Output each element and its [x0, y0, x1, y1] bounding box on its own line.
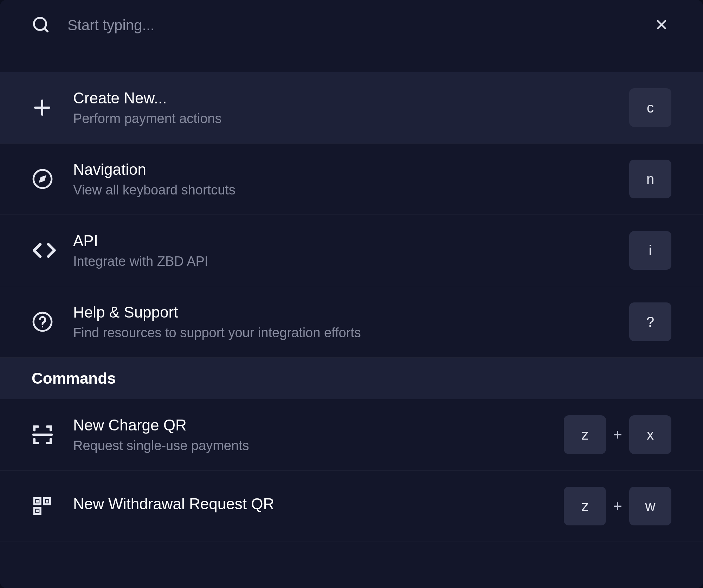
- plus-icon: [32, 97, 57, 118]
- shortcut-plus: +: [613, 426, 622, 443]
- svg-rect-14: [36, 500, 39, 503]
- qr-icon: [32, 496, 57, 517]
- command-palette: Create New... Perform payment actions c …: [0, 0, 703, 588]
- shortcut-key: z: [564, 415, 606, 454]
- shortcut-keys: z + x: [564, 415, 671, 454]
- item-desc: View all keyboard shortcuts: [73, 183, 613, 198]
- search-row: [0, 0, 703, 50]
- item-title: New Charge QR: [73, 416, 548, 434]
- search-icon: [32, 15, 50, 35]
- shortcut-key: ?: [629, 302, 671, 341]
- svg-line-1: [44, 28, 47, 31]
- close-button[interactable]: [652, 15, 671, 36]
- shortcut-key: c: [629, 88, 671, 127]
- shortcut-key: x: [629, 415, 671, 454]
- help-icon: [32, 311, 57, 333]
- item-desc: Perform payment actions: [73, 111, 613, 126]
- results-list[interactable]: Create New... Perform payment actions c …: [0, 72, 703, 588]
- shortcut-plus: +: [613, 497, 622, 515]
- item-desc: Find resources to support your integrati…: [73, 325, 613, 340]
- item-text: New Charge QR Request single-use payment…: [73, 416, 548, 453]
- item-create-new[interactable]: Create New... Perform payment actions c: [0, 72, 703, 143]
- item-title: API: [73, 232, 613, 250]
- svg-point-8: [33, 313, 52, 331]
- item-text: Help & Support Find resources to support…: [73, 303, 613, 340]
- shortcut-key: z: [564, 487, 606, 525]
- item-desc: Request single-use payments: [73, 438, 548, 453]
- scan-icon: [32, 424, 57, 446]
- svg-marker-7: [39, 175, 46, 183]
- item-api[interactable]: API Integrate with ZBD API i: [0, 215, 703, 286]
- shortcut-key: w: [629, 487, 671, 525]
- item-text: New Withdrawal Request QR: [73, 495, 548, 517]
- shortcut-keys: c: [629, 88, 671, 127]
- svg-point-9: [42, 326, 43, 327]
- item-title: Help & Support: [73, 303, 613, 321]
- item-navigation[interactable]: Navigation View all keyboard shortcuts n: [0, 143, 703, 215]
- item-title: New Withdrawal Request QR: [73, 495, 548, 513]
- search-input[interactable]: [67, 17, 634, 34]
- svg-rect-16: [36, 510, 39, 512]
- item-text: Create New... Perform payment actions: [73, 89, 613, 126]
- shortcut-key: i: [629, 231, 671, 270]
- shortcut-keys: z + w: [564, 487, 671, 525]
- code-icon: [32, 241, 57, 260]
- item-desc: Integrate with ZBD API: [73, 254, 613, 269]
- item-text: Navigation View all keyboard shortcuts: [73, 161, 613, 198]
- command-new-withdrawal-request-qr[interactable]: New Withdrawal Request QR z + w: [0, 471, 703, 542]
- section-header-commands: Commands: [0, 358, 703, 399]
- compass-icon: [32, 168, 57, 190]
- item-help-support[interactable]: Help & Support Find resources to support…: [0, 286, 703, 358]
- item-title: Create New...: [73, 89, 613, 107]
- item-text: API Integrate with ZBD API: [73, 232, 613, 269]
- shortcut-keys: n: [629, 160, 671, 198]
- command-new-charge-qr[interactable]: New Charge QR Request single-use payment…: [0, 399, 703, 471]
- close-icon: [654, 28, 669, 33]
- svg-rect-15: [46, 500, 49, 503]
- shortcut-keys: ?: [629, 302, 671, 341]
- shortcut-keys: i: [629, 231, 671, 270]
- shortcut-key: n: [629, 160, 671, 198]
- item-title: Navigation: [73, 161, 613, 178]
